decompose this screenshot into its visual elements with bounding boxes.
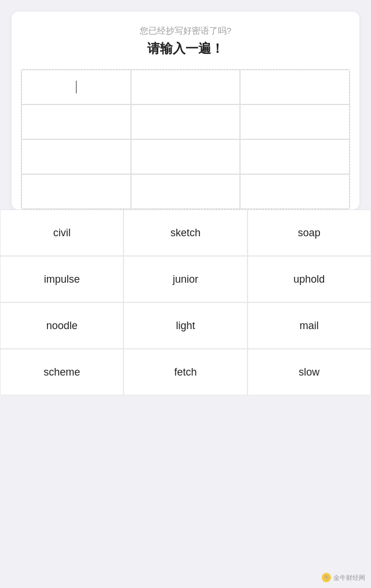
grid-cell-0-2[interactable] xyxy=(240,70,350,104)
grid-cell-3-0[interactable] xyxy=(21,174,131,209)
word-cell-2-0[interactable]: noodle xyxy=(0,302,123,349)
watermark-text: 金牛财经网 xyxy=(333,573,365,582)
grid-cell-3-2[interactable] xyxy=(240,174,350,209)
grid-cell-2-2[interactable] xyxy=(240,139,350,174)
grid-cell-0-1[interactable] xyxy=(131,70,241,104)
input-card: 您已经抄写好密语了吗? 请输入一遍！ xyxy=(12,12,359,210)
watermark-icon: 牛 xyxy=(322,573,331,582)
word-cell-3-0[interactable]: scheme xyxy=(0,349,123,395)
word-cell-1-1[interactable]: junior xyxy=(123,256,247,302)
top-section: 您已经抄写好密语了吗? 请输入一遍！ xyxy=(0,0,371,210)
grid-cell-1-0[interactable] xyxy=(21,104,131,139)
grid-cell-1-1[interactable] xyxy=(131,104,241,139)
word-grid: civilsketchsoapimpulsejuniorupholdnoodle… xyxy=(0,210,371,395)
grid-cell-2-1[interactable] xyxy=(131,139,241,174)
word-cell-0-0[interactable]: civil xyxy=(0,210,123,256)
word-cell-0-1[interactable]: sketch xyxy=(123,210,247,256)
word-cell-2-1[interactable]: light xyxy=(123,302,247,349)
word-cell-1-0[interactable]: impulse xyxy=(0,256,123,302)
text-cursor xyxy=(76,81,77,93)
card-header: 您已经抄写好密语了吗? 请输入一遍！ xyxy=(21,26,350,57)
grid-cell-1-2[interactable] xyxy=(240,104,350,139)
watermark: 牛 金牛财经网 xyxy=(322,573,365,582)
mnemonic-input-grid xyxy=(21,69,350,210)
word-cell-2-2[interactable]: mail xyxy=(248,302,371,349)
word-keyboard-section: civilsketchsoapimpulsejuniorupholdnoodle… xyxy=(0,210,371,395)
card-title: 请输入一遍！ xyxy=(21,40,350,57)
grid-cell-3-1[interactable] xyxy=(131,174,241,209)
word-cell-3-2[interactable]: slow xyxy=(248,349,371,395)
word-cell-0-2[interactable]: soap xyxy=(248,210,371,256)
card-subtitle: 您已经抄写好密语了吗? xyxy=(21,26,350,37)
grid-cell-0-0[interactable] xyxy=(21,70,131,104)
word-cell-1-2[interactable]: uphold xyxy=(248,256,371,302)
word-cell-3-1[interactable]: fetch xyxy=(123,349,247,395)
grid-cell-2-0[interactable] xyxy=(21,139,131,174)
